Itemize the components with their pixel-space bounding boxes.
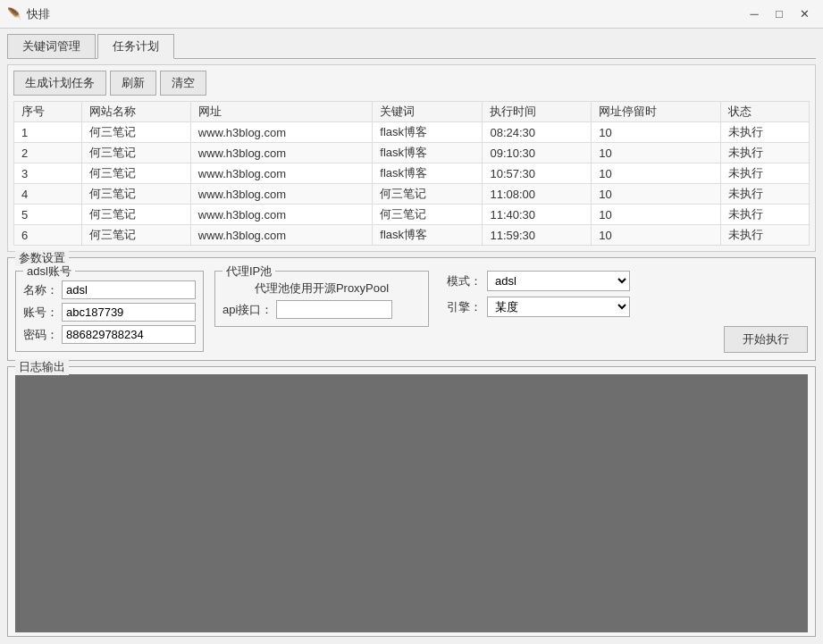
maximize-button[interactable]: □ <box>768 4 791 25</box>
proxy-api-field: api接口： <box>223 300 421 319</box>
table-cell: www.h3blog.com <box>190 122 373 143</box>
table-cell: www.h3blog.com <box>190 184 373 205</box>
table-cell: 5 <box>14 205 82 225</box>
toolbar: 生成计划任务 刷新 清空 <box>13 71 810 96</box>
table-cell: 10 <box>592 205 721 225</box>
table-cell: 未执行 <box>721 122 810 143</box>
adsl-name-label: 名称： <box>23 282 58 298</box>
table-cell: 11:59:30 <box>483 225 592 246</box>
adsl-account-input[interactable] <box>62 303 196 322</box>
table-cell: 4 <box>14 184 82 205</box>
table-cell: 6 <box>14 225 82 246</box>
mode-label: 模式： <box>447 273 482 289</box>
table-row[interactable]: 5何三笔记www.h3blog.com何三笔记11:40:3010未执行 <box>14 205 810 225</box>
col-header-dwell: 网址停留时 <box>592 102 721 122</box>
window-controls: ─ □ ✕ <box>743 4 816 25</box>
table-cell: 10 <box>592 122 721 143</box>
table-cell: 1 <box>14 122 82 143</box>
table-cell: 何三笔记 <box>81 122 190 143</box>
table-cell: 2 <box>14 143 82 163</box>
table-cell: 何三笔记 <box>81 163 190 184</box>
adsl-name-input[interactable] <box>62 280 196 299</box>
table-row[interactable]: 4何三笔记www.h3blog.com何三笔记11:08:0010未执行 <box>14 184 810 205</box>
execute-button[interactable]: 开始执行 <box>724 326 808 353</box>
col-header-sitename: 网站名称 <box>81 102 190 122</box>
adsl-box-title: adsl账号 <box>23 263 75 280</box>
proxy-info-text: 代理池使用开源ProxyPool <box>223 280 421 297</box>
table-cell: 11:08:00 <box>483 184 592 205</box>
col-header-url: 网址 <box>190 102 373 122</box>
refresh-button[interactable]: 刷新 <box>110 71 156 96</box>
clear-button[interactable]: 清空 <box>160 71 206 96</box>
log-textarea[interactable] <box>15 374 808 632</box>
adsl-password-field: 密码： <box>23 325 196 344</box>
table-cell: 未执行 <box>721 184 810 205</box>
table-row[interactable]: 1何三笔记www.h3blog.comflask博客08:24:3010未执行 <box>14 122 810 143</box>
col-header-status: 状态 <box>721 102 810 122</box>
table-cell: flask博客 <box>373 225 483 246</box>
minimize-button[interactable]: ─ <box>743 4 766 25</box>
tab-tasks[interactable]: 任务计划 <box>97 34 174 59</box>
engine-label: 引擎： <box>447 299 482 315</box>
table-row[interactable]: 3何三笔记www.h3blog.comflask博客10:57:3010未执行 <box>14 163 810 184</box>
table-cell: 何三笔记 <box>81 205 190 225</box>
table-cell: 未执行 <box>721 205 810 225</box>
table-cell: 何三笔记 <box>373 184 483 205</box>
tab-keywords[interactable]: 关键词管理 <box>7 34 96 58</box>
table-cell: 3 <box>14 163 82 184</box>
table-cell: flask博客 <box>373 122 483 143</box>
table-row[interactable]: 6何三笔记www.h3blog.comflask博客11:59:3010未执行 <box>14 225 810 246</box>
proxy-box: 代理IP池 代理池使用开源ProxyPool api接口： <box>214 271 429 327</box>
app-title: 快排 <box>27 6 50 22</box>
proxy-box-title: 代理IP池 <box>223 263 275 280</box>
table-cell: www.h3blog.com <box>190 225 373 246</box>
table-cell: 10 <box>592 225 721 246</box>
col-header-exectime: 执行时间 <box>483 102 592 122</box>
generate-task-button[interactable]: 生成计划任务 <box>13 71 106 96</box>
mode-row: 模式： adsl proxy <box>447 271 808 291</box>
mode-select[interactable]: adsl proxy <box>487 271 630 291</box>
task-table: 序号 网站名称 网址 关键词 执行时间 网址停留时 状态 1何三笔记www.h3… <box>13 101 810 246</box>
adsl-account-field: 账号： <box>23 303 196 322</box>
proxy-api-label: api接口： <box>223 302 273 318</box>
table-cell: 10 <box>592 143 721 163</box>
table-row[interactable]: 2何三笔记www.h3blog.comflask博客09:10:3010未执行 <box>14 143 810 163</box>
col-header-id: 序号 <box>14 102 82 122</box>
table-cell: 09:10:30 <box>483 143 592 163</box>
table-cell: 10:57:30 <box>483 163 592 184</box>
col-header-keyword: 关键词 <box>373 102 483 122</box>
log-section-title: 日志输出 <box>15 359 69 375</box>
engine-row: 引擎： 某度 某狗 某虎 <box>447 297 808 317</box>
adsl-name-field: 名称： <box>23 280 196 299</box>
adsl-password-label: 密码： <box>23 327 58 343</box>
table-cell: 未执行 <box>721 163 810 184</box>
title-bar: 🪶 快排 ─ □ ✕ <box>0 0 823 29</box>
table-cell: flask博客 <box>373 163 483 184</box>
task-plan-section: 生成计划任务 刷新 清空 序号 网站名称 网址 关键词 执行时间 网址停留时 状… <box>7 64 816 252</box>
mode-box: 模式： adsl proxy 引擎： 某度 某狗 某虎 开始执行 <box>447 271 808 353</box>
app-icon: 🪶 <box>7 7 21 21</box>
close-button[interactable]: ✕ <box>793 4 816 25</box>
table-cell: 何三笔记 <box>81 143 190 163</box>
table-cell: 08:24:30 <box>483 122 592 143</box>
table-cell: 11:40:30 <box>483 205 592 225</box>
title-bar-left: 🪶 快排 <box>7 6 50 22</box>
adsl-password-input[interactable] <box>62 325 196 344</box>
main-container: 关键词管理 任务计划 生成计划任务 刷新 清空 序号 网站名称 网址 关键词 执… <box>0 29 823 644</box>
table-cell: 未执行 <box>721 143 810 163</box>
table-cell: www.h3blog.com <box>190 143 373 163</box>
engine-select[interactable]: 某度 某狗 某虎 <box>487 297 630 317</box>
table-cell: 10 <box>592 163 721 184</box>
params-row: adsl账号 名称： 账号： 密码： 代理IP池 代理池使用开源ProxyPoo… <box>15 271 808 353</box>
table-cell: 10 <box>592 184 721 205</box>
table-cell: flask博客 <box>373 143 483 163</box>
proxy-api-input[interactable] <box>276 300 392 319</box>
table-cell: 何三笔记 <box>81 225 190 246</box>
table-cell: 何三笔记 <box>81 184 190 205</box>
table-cell: www.h3blog.com <box>190 205 373 225</box>
table-cell: 何三笔记 <box>373 205 483 225</box>
tab-bar: 关键词管理 任务计划 <box>7 34 816 59</box>
adsl-account-label: 账号： <box>23 305 58 321</box>
adsl-box: adsl账号 名称： 账号： 密码： <box>15 271 204 352</box>
params-section: 参数设置 adsl账号 名称： 账号： 密码： <box>7 257 816 361</box>
